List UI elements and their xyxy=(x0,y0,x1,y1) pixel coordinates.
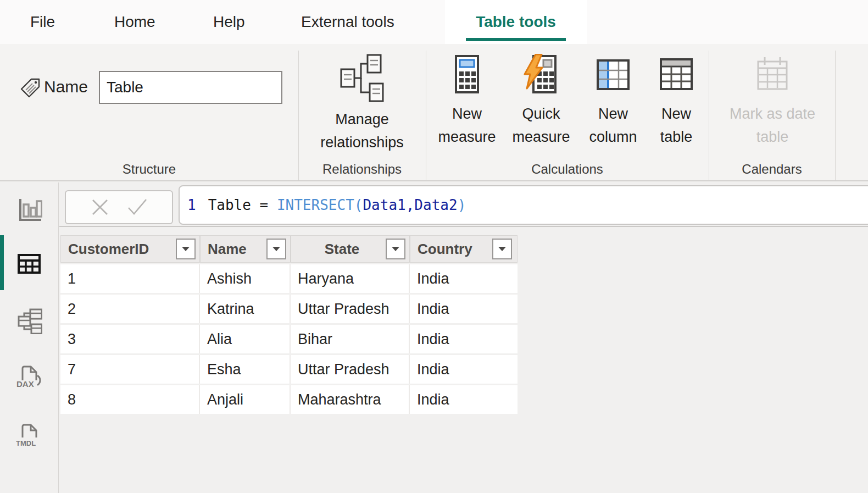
column-header-label: State xyxy=(298,241,386,258)
column-header-country[interactable]: Country xyxy=(410,236,516,262)
formula-bar-divider xyxy=(59,226,868,227)
table-name-input[interactable] xyxy=(99,71,282,104)
new-table-label: New table xyxy=(649,102,704,148)
group-label-calculations: Calculations xyxy=(426,162,709,177)
column-filter-dropdown[interactable] xyxy=(266,239,286,259)
svg-text:TMDL: TMDL xyxy=(16,439,36,447)
svg-text:DAX: DAX xyxy=(16,379,34,389)
group-label-relationships: Relationships xyxy=(298,162,426,177)
formula-close-paren: ) xyxy=(458,197,466,213)
mark-as-date-table-button[interactable]: Mark as date table xyxy=(711,44,833,180)
cell-state: Uttar Pradesh xyxy=(291,355,410,384)
dax-query-view-icon[interactable]: DAX xyxy=(16,364,42,390)
ribbon-tab-bar: File Home Help External tools Table tool… xyxy=(0,0,868,44)
cell-country: India xyxy=(410,385,515,414)
cell-name: Ashish xyxy=(200,264,291,293)
name-tag-icon xyxy=(18,75,42,99)
column-header-state[interactable]: State xyxy=(291,236,410,262)
chevron-down-icon xyxy=(392,247,399,251)
tab-file[interactable]: File xyxy=(30,0,55,44)
manage-relationships-button[interactable]: Manage relationships xyxy=(298,44,426,180)
column-filter-dropdown[interactable] xyxy=(386,239,405,259)
model-view-icon[interactable] xyxy=(16,308,42,334)
formula-equals: = xyxy=(251,197,277,213)
table-row[interactable]: 1 Ashish Haryana India xyxy=(60,264,518,293)
data-view-pane: 1Table = INTERSECT(Data1,Data2) Customer… xyxy=(59,182,868,493)
mark-as-date-table-icon xyxy=(753,54,792,96)
cell-name: Anjali xyxy=(200,385,291,414)
chevron-down-icon xyxy=(272,247,280,251)
chevron-down-icon xyxy=(182,247,190,251)
view-sidebar: DAX TMDL xyxy=(0,182,59,493)
manage-relationships-icon xyxy=(338,52,386,104)
cell-country: India xyxy=(410,264,515,293)
cell-state: Uttar Pradesh xyxy=(291,295,410,323)
new-column-button[interactable]: New column xyxy=(580,54,647,148)
commit-formula-icon[interactable] xyxy=(127,198,147,216)
cell-country: India xyxy=(410,355,515,384)
tab-table-tools[interactable]: Table tools xyxy=(445,0,587,44)
calculations-group: New measure Quick measure xyxy=(427,44,708,180)
ribbon-divider xyxy=(709,51,709,180)
new-measure-button[interactable]: New measure xyxy=(431,54,503,148)
quick-measure-button[interactable]: Quick measure xyxy=(505,54,577,148)
cell-customerid: 8 xyxy=(60,385,200,414)
tab-home[interactable]: Home xyxy=(114,0,155,44)
cell-name: Esha xyxy=(200,355,291,384)
column-header-customerid[interactable]: CustomerID xyxy=(61,236,201,262)
ribbon-divider xyxy=(835,51,836,180)
chevron-down-icon xyxy=(498,247,506,251)
manage-relationships-label: Manage relationships xyxy=(298,108,426,154)
table-row[interactable]: 8 Anjali Maharashtra India xyxy=(60,385,518,414)
mark-as-date-table-label: Mark as date table xyxy=(717,102,827,148)
cell-country: India xyxy=(410,295,515,323)
cell-state: Bihar xyxy=(291,325,410,353)
table-row[interactable]: 3 Alia Bihar India xyxy=(60,325,518,353)
new-table-icon xyxy=(656,54,696,96)
cell-state: Maharashtra xyxy=(291,385,410,414)
table-name-label: Name xyxy=(44,70,88,103)
formula-line-number: 1 xyxy=(187,197,196,213)
new-measure-icon xyxy=(447,54,487,96)
new-measure-label: New measure xyxy=(431,102,503,148)
formula-table-name: Table xyxy=(208,197,251,213)
tmdl-view-icon[interactable]: TMDL xyxy=(16,422,42,448)
group-label-calendars: Calendars xyxy=(709,162,835,177)
active-tab-underline xyxy=(466,38,566,41)
cell-customerid: 3 xyxy=(60,325,200,353)
cancel-formula-icon[interactable] xyxy=(91,198,109,216)
powerbi-window: File Home Help External tools Table tool… xyxy=(0,0,868,493)
data-grid: CustomerID Name State Country xyxy=(60,235,518,414)
formula-open-paren: ( xyxy=(354,197,363,213)
table-row[interactable]: 2 Katrina Uttar Pradesh India xyxy=(60,295,518,323)
column-header-label: Name xyxy=(208,241,266,258)
cell-state: Haryana xyxy=(291,264,410,293)
cell-customerid: 2 xyxy=(60,295,200,323)
new-table-button[interactable]: New table xyxy=(649,54,704,148)
tab-help[interactable]: Help xyxy=(213,0,245,44)
column-header-name[interactable]: Name xyxy=(201,236,291,262)
report-view-icon[interactable] xyxy=(16,197,42,223)
ribbon-divider xyxy=(426,51,426,180)
cell-customerid: 7 xyxy=(60,355,200,384)
content-area: DAX TMDL 1Table = INTERSECT(D xyxy=(0,182,868,493)
active-view-indicator xyxy=(0,235,4,290)
table-row[interactable]: 7 Esha Uttar Pradesh India xyxy=(60,355,518,384)
table-view-icon[interactable] xyxy=(16,251,42,277)
cell-country: India xyxy=(410,325,515,353)
group-label-structure: Structure xyxy=(0,162,298,177)
tab-table-tools-label: Table tools xyxy=(476,13,556,31)
formula-function-name: INTERSECT xyxy=(277,197,354,213)
dax-formula-bar[interactable]: 1Table = INTERSECT(Data1,Data2) xyxy=(179,185,868,225)
column-filter-dropdown[interactable] xyxy=(492,239,512,259)
data-grid-header: CustomerID Name State Country xyxy=(60,235,518,263)
column-header-label: Country xyxy=(418,241,492,258)
cell-customerid: 1 xyxy=(60,264,200,293)
tab-external-tools[interactable]: External tools xyxy=(301,0,394,44)
quick-measure-icon xyxy=(521,54,561,96)
column-filter-dropdown[interactable] xyxy=(176,239,196,259)
column-header-label: CustomerID xyxy=(68,241,176,258)
new-column-label: New column xyxy=(580,102,647,148)
formula-action-buttons xyxy=(65,190,173,224)
formula-arguments: Data1,Data2 xyxy=(363,197,457,213)
